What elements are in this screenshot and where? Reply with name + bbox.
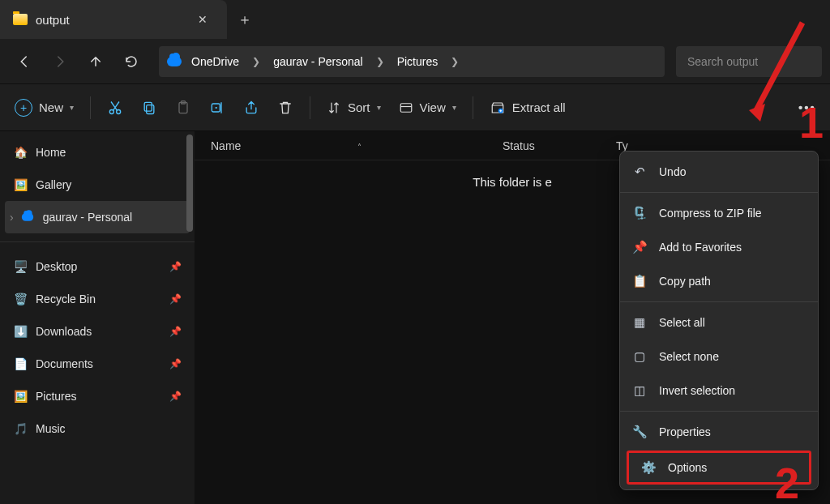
svg-rect-3	[144, 102, 152, 111]
up-button[interactable]	[79, 45, 112, 78]
menu-add-favorites[interactable]: 📌 Add to Favorites	[620, 230, 818, 264]
share-button[interactable]	[235, 92, 267, 123]
sort-label: Sort	[348, 100, 370, 114]
pin-icon: 📌	[169, 391, 182, 402]
sidebar-scrollbar[interactable]	[186, 135, 193, 232]
column-name[interactable]: Name ˄	[211, 139, 503, 152]
separator	[620, 192, 818, 193]
chevron-down-icon: ▾	[70, 103, 74, 112]
menu-compress-zip[interactable]: 🗜️ Compress to ZIP file	[620, 196, 818, 230]
window-tab[interactable]: output ✕	[0, 0, 227, 39]
menu-properties[interactable]: 🔧 Properties	[620, 415, 818, 449]
cut-button[interactable]	[99, 92, 131, 123]
menu-copy-path[interactable]: 📋 Copy path	[620, 264, 818, 298]
rename-button[interactable]	[201, 92, 233, 123]
home-icon: 🏠	[13, 145, 28, 160]
crumb-personal[interactable]: gaurav - Personal	[268, 52, 368, 71]
select-none-icon: ▢	[631, 349, 648, 364]
tab-title: output	[36, 13, 70, 27]
sidebar-item-desktop[interactable]: 🖥️ Desktop 📌	[0, 250, 195, 283]
separator	[620, 411, 818, 412]
sidebar-item-recycle[interactable]: 🗑️ Recycle Bin 📌	[0, 283, 195, 315]
toolbar: + New ▾ Sort ▾ View ▾ Extract all •••	[0, 84, 830, 131]
menu-options[interactable]: ⚙️ Options	[627, 451, 811, 485]
separator	[90, 96, 91, 119]
zip-icon: 🗜️	[631, 206, 648, 220]
folder-icon	[13, 14, 28, 25]
chevron-down-icon: ▾	[377, 103, 381, 112]
onedrive-icon	[167, 57, 182, 66]
chevron-right-icon: ›	[10, 211, 14, 224]
onedrive-icon	[21, 213, 32, 221]
search-input[interactable]: Search output	[676, 46, 822, 77]
gallery-icon: 🖼️	[13, 177, 28, 192]
chevron-down-icon: ▾	[452, 103, 456, 112]
crumb-pictures[interactable]: Pictures	[392, 52, 443, 71]
plus-icon: +	[15, 99, 32, 117]
undo-icon: ↶	[631, 164, 648, 179]
menu-select-all[interactable]: ▦ Select all	[620, 305, 818, 340]
sidebar-item-personal[interactable]: › gaurav - Personal	[5, 201, 190, 233]
menu-invert-selection[interactable]: ◫ Invert selection	[620, 374, 818, 408]
paste-button[interactable]	[167, 92, 199, 123]
invert-icon: ◫	[631, 383, 648, 398]
refresh-button[interactable]	[115, 45, 148, 78]
desktop-icon: 🖥️	[13, 259, 28, 274]
view-icon	[399, 100, 413, 115]
documents-icon: 📄	[13, 357, 28, 371]
archive-icon	[490, 100, 506, 115]
sidebar-item-music[interactable]: 🎵 Music	[0, 412, 195, 445]
pictures-icon: 🖼️	[13, 389, 28, 404]
wrench-icon: 🔧	[631, 425, 648, 439]
new-label: New	[39, 100, 63, 114]
view-label: View	[420, 100, 446, 114]
sort-icon	[327, 100, 341, 115]
forward-button[interactable]	[44, 45, 76, 78]
pin-icon: 📌	[169, 358, 182, 369]
menu-select-none[interactable]: ▢ Select none	[620, 340, 818, 374]
new-button[interactable]: + New ▾	[6, 92, 82, 123]
separator	[620, 301, 818, 302]
path-icon: 📋	[631, 274, 648, 288]
music-icon: 🎵	[13, 421, 28, 436]
column-status[interactable]: Status	[503, 139, 616, 152]
crumb-onedrive[interactable]: OneDrive	[186, 52, 244, 71]
search-placeholder: Search output	[687, 55, 758, 68]
nav-row: OneDrive ❯ gaurav - Personal ❯ Pictures …	[0, 39, 830, 84]
pin-icon: 📌	[169, 261, 182, 272]
view-button[interactable]: View ▾	[391, 92, 464, 123]
sidebar-item-home[interactable]: 🏠 Home	[0, 136, 195, 169]
back-button[interactable]	[8, 45, 41, 78]
sidebar-item-downloads[interactable]: ⬇️ Downloads 📌	[0, 315, 195, 348]
sidebar-item-documents[interactable]: 📄 Documents 📌	[0, 348, 195, 380]
title-bar: output ✕ ＋	[0, 0, 830, 39]
chevron-right-icon: ❯	[249, 56, 263, 67]
sidebar-item-pictures[interactable]: 🖼️ Pictures 📌	[0, 380, 195, 412]
menu-undo[interactable]: ↶ Undo	[620, 155, 818, 189]
svg-rect-2	[147, 105, 154, 113]
recycle-icon: 🗑️	[13, 292, 28, 306]
downloads-icon: ⬇️	[13, 324, 28, 339]
sort-indicator-icon: ˄	[357, 143, 362, 152]
breadcrumb[interactable]: OneDrive ❯ gaurav - Personal ❯ Pictures …	[159, 46, 665, 77]
select-all-icon: ▦	[631, 315, 648, 330]
separator	[310, 96, 310, 119]
gear-icon: ⚙️	[640, 460, 657, 475]
more-button[interactable]: •••	[791, 92, 824, 123]
context-menu: ↶ Undo 🗜️ Compress to ZIP file 📌 Add to …	[619, 151, 819, 490]
sidebar: 🏠 Home 🖼️ Gallery › gaurav - Personal 🖥️…	[0, 131, 195, 504]
separator	[0, 241, 195, 242]
pin-icon: 📌	[169, 326, 182, 337]
ellipsis-icon: •••	[798, 100, 816, 114]
delete-button[interactable]	[269, 92, 302, 123]
pin-icon: 📌	[169, 293, 182, 305]
chevron-right-icon: ❯	[373, 56, 387, 67]
sort-button[interactable]: Sort ▾	[319, 92, 389, 123]
close-tab-icon[interactable]: ✕	[193, 10, 212, 29]
sidebar-item-gallery[interactable]: 🖼️ Gallery	[0, 169, 195, 201]
extract-all-button[interactable]: Extract all	[481, 92, 574, 123]
copy-button[interactable]	[133, 92, 165, 123]
pin-icon: 📌	[631, 240, 648, 254]
new-tab-button[interactable]: ＋	[227, 10, 263, 29]
svg-rect-7	[400, 103, 412, 112]
